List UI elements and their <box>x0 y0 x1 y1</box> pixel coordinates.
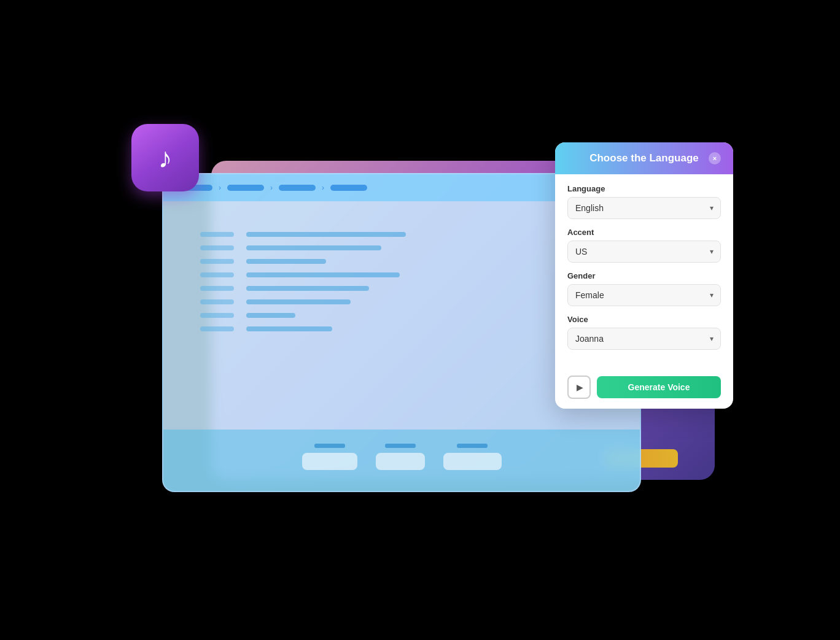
voice-select[interactable]: Joanna Emma Amy Ivy <box>567 328 721 350</box>
nav-chevron-1: › <box>219 183 221 192</box>
gender-select[interactable]: Female Male <box>567 284 721 306</box>
text-row <box>200 259 615 264</box>
text-row <box>200 299 615 304</box>
text-row <box>200 313 615 318</box>
line-content <box>246 326 332 331</box>
toolbar-section-3 <box>443 444 502 470</box>
play-preview-button[interactable]: ▶ <box>567 376 591 399</box>
gender-select-wrapper: Female Male ▾ <box>567 284 721 306</box>
nav-step-3[interactable] <box>279 185 316 191</box>
text-row <box>200 232 615 237</box>
line-content <box>246 232 406 237</box>
language-field-group: Language English Spanish French German J… <box>567 184 721 219</box>
text-row <box>200 286 615 291</box>
line-content <box>246 259 326 264</box>
accent-label: Accent <box>567 228 721 237</box>
modal-footer: ▶ Generate Voice <box>555 368 733 409</box>
text-lines <box>200 232 615 331</box>
nav-chevron-3: › <box>322 183 324 192</box>
accent-select-wrapper: US UK AU IN ▾ <box>567 241 721 263</box>
app-icon: ♪ <box>131 124 199 191</box>
language-modal: Choose the Language × Language English S… <box>555 142 733 409</box>
voice-label: Voice <box>567 315 721 324</box>
text-row <box>200 245 615 250</box>
play-icon: ▶ <box>577 382 583 392</box>
accent-field-group: Accent US UK AU IN ▾ <box>567 228 721 263</box>
line-label <box>200 326 234 331</box>
line-content <box>246 245 381 250</box>
line-content <box>246 286 369 291</box>
line-content <box>246 313 295 318</box>
toolbar-section-2 <box>376 444 425 470</box>
gender-label: Gender <box>567 271 721 280</box>
toolbar-section-1 <box>302 444 357 470</box>
toolbar-button-1[interactable] <box>302 453 357 470</box>
line-content <box>246 272 400 277</box>
line-label <box>200 259 234 264</box>
toolbar-label-2 <box>385 444 416 448</box>
voice-field-group: Voice Joanna Emma Amy Ivy ▾ <box>567 315 721 350</box>
line-label <box>200 286 234 291</box>
modal-body: Language English Spanish French German J… <box>555 174 733 368</box>
line-content <box>246 299 351 304</box>
nav-step-4[interactable] <box>330 185 367 191</box>
accent-select[interactable]: US UK AU IN <box>567 241 721 263</box>
line-label <box>200 313 234 318</box>
toolbar-label-1 <box>314 444 345 448</box>
modal-close-button[interactable]: × <box>709 152 721 164</box>
line-label <box>200 232 234 237</box>
text-row <box>200 326 615 331</box>
text-row <box>200 272 615 277</box>
gender-field-group: Gender Female Male ▾ <box>567 271 721 306</box>
language-label: Language <box>567 184 721 193</box>
generate-voice-button[interactable]: Generate Voice <box>597 376 721 398</box>
voice-select-wrapper: Joanna Emma Amy Ivy ▾ <box>567 328 721 350</box>
music-note-icon: ♪ <box>158 141 173 174</box>
line-label <box>200 272 234 277</box>
modal-title: Choose the Language <box>580 152 709 164</box>
line-label <box>200 299 234 304</box>
modal-header: Choose the Language × <box>555 142 733 174</box>
nav-chevron-2: › <box>270 183 273 192</box>
toolbar-label-3 <box>457 444 488 448</box>
toolbar-button-2[interactable] <box>376 453 425 470</box>
language-select-wrapper: English Spanish French German Japanese C… <box>567 197 721 219</box>
bottom-toolbar <box>163 430 640 491</box>
nav-step-2[interactable] <box>227 185 264 191</box>
language-select[interactable]: English Spanish French German Japanese C… <box>567 197 721 219</box>
toolbar-button-3[interactable] <box>443 453 502 470</box>
line-label <box>200 245 234 250</box>
